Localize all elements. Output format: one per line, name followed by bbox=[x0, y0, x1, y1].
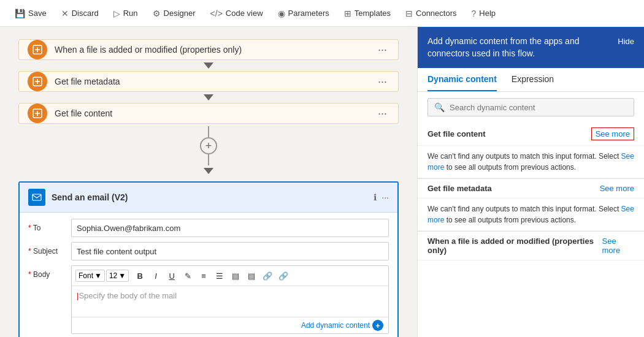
body-row: * Body Font ▼ 12 ▼ B bbox=[28, 265, 389, 334]
tab-dynamic-content[interactable]: Dynamic content bbox=[427, 68, 497, 91]
section2-body-text: We can't find any outputs to match this … bbox=[427, 203, 634, 225]
add-dynamic-content-label: Add dynamic content bbox=[301, 321, 370, 330]
step2-title: Get file metadata bbox=[55, 77, 375, 86]
arrow-3 bbox=[208, 126, 209, 137]
discard-icon: ✕ bbox=[61, 9, 69, 18]
flow-step-3[interactable]: Get file content ··· bbox=[18, 103, 399, 124]
editor-content[interactable]: |Specify the body of the mail bbox=[72, 286, 388, 317]
flow-canvas: When a file is added or modified (proper… bbox=[0, 27, 417, 337]
arrowhead-2 bbox=[204, 94, 213, 100]
search-input[interactable] bbox=[450, 103, 627, 112]
add-step-button[interactable]: + bbox=[200, 137, 217, 154]
numbered-list-button[interactable]: ☰ bbox=[212, 268, 227, 283]
email-block-header: Send an email (V2) ℹ ··· bbox=[20, 183, 397, 213]
font-select[interactable]: Font ▼ bbox=[75, 270, 105, 282]
main-container: When a file is added or modified (proper… bbox=[0, 27, 644, 337]
arrowhead-1 bbox=[204, 62, 213, 69]
templates-icon: ⊞ bbox=[344, 9, 351, 18]
hide-button[interactable]: Hide bbox=[618, 36, 634, 46]
bold-button[interactable]: B bbox=[132, 268, 147, 283]
discard-button[interactable]: ✕ Discard bbox=[54, 0, 106, 27]
underline-button[interactable]: U bbox=[164, 268, 179, 283]
see-more-when-file-added[interactable]: See more bbox=[602, 237, 635, 255]
step2-menu[interactable]: ··· bbox=[375, 73, 389, 91]
right-panel-header-text: Add dynamic content from the apps and co… bbox=[427, 36, 618, 59]
arrowhead-3 bbox=[204, 168, 213, 174]
section1-see-more-link[interactable]: See more bbox=[427, 152, 634, 172]
step1-icon bbox=[28, 40, 47, 59]
section1-body: We can't find any outputs to match this … bbox=[418, 146, 644, 178]
subject-label: * Subject bbox=[28, 247, 71, 256]
save-button[interactable]: 💾 Save bbox=[7, 0, 54, 27]
body-placeholder: Specify the body of the mail bbox=[79, 291, 177, 300]
see-more-get-file-content[interactable]: See more bbox=[591, 127, 634, 140]
right-panel-header: Add dynamic content from the apps and co… bbox=[418, 27, 644, 68]
dynamic-content-plus-icon: + bbox=[372, 320, 383, 331]
run-icon: ▷ bbox=[113, 9, 120, 18]
align-right-button[interactable]: ▤ bbox=[244, 268, 259, 283]
section1-body-text: We can't find any outputs to match this … bbox=[427, 151, 634, 173]
code-icon: </> bbox=[210, 9, 223, 18]
flow-step-1[interactable]: When a file is added or modified (proper… bbox=[18, 39, 399, 60]
help-icon: ? bbox=[472, 9, 477, 18]
subject-input[interactable] bbox=[71, 242, 389, 260]
section2-see-more-link[interactable]: See more bbox=[427, 205, 634, 224]
section2-title: Get file metadata bbox=[427, 184, 492, 193]
add-dynamic-content-link[interactable]: Add dynamic content + bbox=[301, 320, 383, 331]
italic-button[interactable]: I bbox=[148, 268, 163, 283]
email-icon bbox=[28, 189, 45, 206]
font-size-value: 12 bbox=[109, 271, 117, 280]
code-view-button[interactable]: </> Code view bbox=[203, 0, 270, 27]
unlink-button[interactable]: 🔗 bbox=[276, 268, 291, 283]
search-box: 🔍 bbox=[427, 98, 634, 116]
tab-expression[interactable]: Expression bbox=[512, 68, 554, 91]
toolbar: 💾 Save ✕ Discard ▷ Run ⚙ Designer </> Co… bbox=[0, 0, 644, 27]
right-panel-tabs: Dynamic content Expression bbox=[418, 68, 644, 92]
designer-icon: ⚙ bbox=[153, 9, 161, 18]
bullet-list-button[interactable]: ≡ bbox=[196, 268, 211, 283]
step1-menu[interactable]: ··· bbox=[375, 41, 389, 59]
email-header-icons: ℹ ··· bbox=[374, 192, 389, 202]
align-left-button[interactable]: ▤ bbox=[228, 268, 243, 283]
right-panel-content: Get file content See more We can't find … bbox=[418, 123, 644, 337]
templates-button[interactable]: ⊞ Templates bbox=[337, 0, 398, 27]
to-row: * To bbox=[28, 219, 389, 237]
connectors-button[interactable]: ⊟ Connectors bbox=[398, 0, 464, 27]
save-icon: 💾 bbox=[15, 9, 25, 18]
size-select[interactable]: 12 ▼ bbox=[106, 270, 129, 282]
step3-title: Get file content bbox=[55, 108, 375, 118]
editor-toolbar: Font ▼ 12 ▼ B I U ✎ ≡ ☰ bbox=[72, 266, 388, 286]
see-more-get-file-metadata[interactable]: See more bbox=[600, 184, 634, 193]
section2-body: We can't find any outputs to match this … bbox=[418, 199, 644, 231]
parameters-icon: ◉ bbox=[278, 9, 285, 18]
section1-title: Get file content bbox=[427, 129, 486, 138]
section-get-file-content: Get file content See more bbox=[418, 123, 644, 146]
font-label: Font bbox=[79, 271, 93, 280]
flow-step-2[interactable]: Get file metadata ··· bbox=[18, 71, 399, 92]
right-panel: Add dynamic content from the apps and co… bbox=[417, 27, 644, 337]
step3-icon bbox=[28, 104, 47, 123]
email-menu-icon[interactable]: ··· bbox=[381, 192, 389, 202]
to-input[interactable] bbox=[71, 219, 389, 237]
pen-button[interactable]: ✎ bbox=[180, 268, 195, 283]
connectors-icon: ⊟ bbox=[405, 9, 413, 18]
designer-button[interactable]: ⚙ Designer bbox=[145, 0, 203, 27]
email-form-body: * To * Subject * Body bbox=[20, 213, 397, 337]
font-chevron: ▼ bbox=[94, 271, 102, 280]
subject-row: * Subject bbox=[28, 242, 389, 260]
section-get-file-metadata: Get file metadata See more bbox=[418, 179, 644, 199]
step3-menu[interactable]: ··· bbox=[375, 105, 389, 123]
search-box-wrap: 🔍 bbox=[418, 92, 644, 123]
arrow-4 bbox=[208, 154, 209, 165]
parameters-button[interactable]: ◉ Parameters bbox=[270, 0, 337, 27]
info-icon[interactable]: ℹ bbox=[374, 192, 377, 202]
email-action-title: Send an email (V2) bbox=[52, 192, 374, 202]
dynamic-content-bar: Add dynamic content + bbox=[72, 317, 388, 333]
svg-rect-3 bbox=[33, 194, 41, 200]
size-chevron: ▼ bbox=[118, 271, 126, 280]
section3-title: When a file is added or modified (proper… bbox=[427, 237, 602, 255]
step2-icon bbox=[28, 72, 47, 91]
help-button[interactable]: ? Help bbox=[464, 0, 504, 27]
run-button[interactable]: ▷ Run bbox=[106, 0, 145, 27]
link-button[interactable]: 🔗 bbox=[260, 268, 275, 283]
